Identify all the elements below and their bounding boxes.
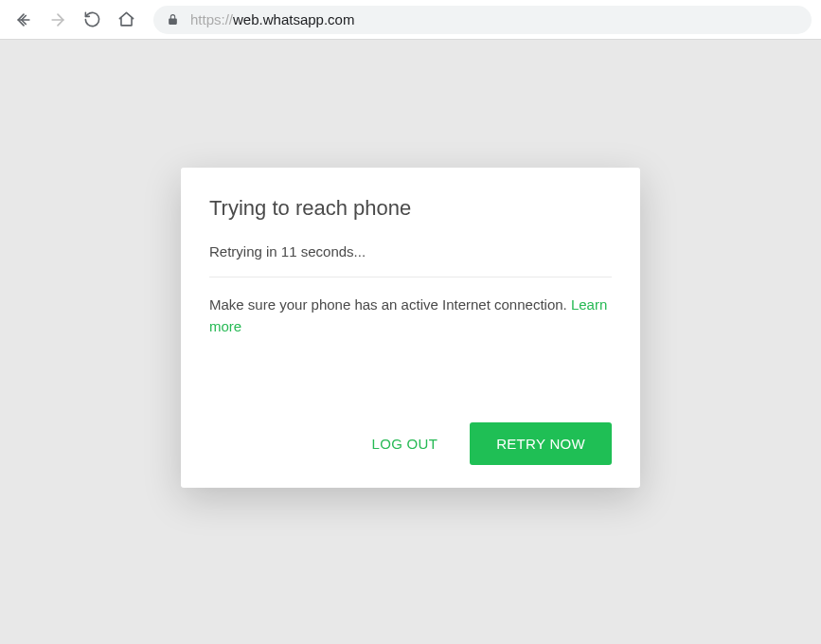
- logout-button[interactable]: LOG OUT: [357, 424, 454, 463]
- connection-dialog: Trying to reach phone Retrying in 11 sec…: [181, 168, 640, 488]
- back-button[interactable]: [9, 6, 38, 34]
- help-message: Make sure your phone has an active Inter…: [209, 296, 571, 313]
- url-text: https://web.whatsapp.com: [190, 11, 354, 27]
- lock-icon: [167, 13, 179, 26]
- browser-toolbar: https://web.whatsapp.com: [0, 0, 821, 40]
- retry-now-button[interactable]: RETRY NOW: [470, 422, 612, 465]
- url-domain: web.whatsapp.com: [233, 11, 354, 27]
- dialog-status-text: Retrying in 11 seconds...: [209, 243, 612, 277]
- dialog-actions: LOG OUT RETRY NOW: [209, 422, 612, 465]
- home-button[interactable]: [112, 6, 140, 34]
- dialog-title: Trying to reach phone: [209, 196, 612, 221]
- forward-button[interactable]: [44, 6, 72, 34]
- dialog-help-text: Make sure your phone has an active Inter…: [209, 295, 612, 337]
- page-content: Trying to reach phone Retrying in 11 sec…: [0, 40, 821, 644]
- address-bar[interactable]: https://web.whatsapp.com: [153, 6, 812, 34]
- reload-button[interactable]: [78, 6, 106, 34]
- url-prefix: https://: [190, 11, 233, 27]
